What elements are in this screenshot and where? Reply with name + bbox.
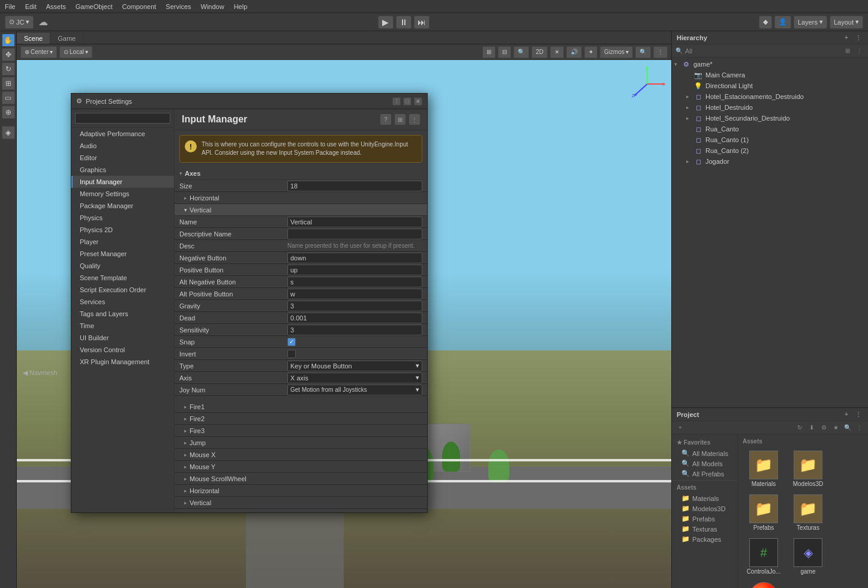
hierarchy-item-dirlight[interactable]: ▸ 💡 Directional Light: [672, 80, 868, 91]
snap-checkbox[interactable]: ✓: [287, 338, 296, 346]
menu-edit[interactable]: Edit: [25, 3, 37, 10]
size-value[interactable]: [287, 181, 422, 191]
gravity-input[interactable]: [290, 302, 419, 310]
subsection-vertical[interactable]: ▾ Vertical: [175, 204, 427, 216]
scale-tool[interactable]: ⊞: [2, 77, 15, 90]
project-add-btn2[interactable]: +: [675, 423, 685, 433]
tab-scene[interactable]: Scene: [17, 33, 50, 44]
project-more2-button[interactable]: ⋮: [855, 423, 864, 433]
assets-folder-prefabs[interactable]: 📁 Prefabs: [672, 514, 737, 524]
positive-button-input[interactable]: [290, 266, 419, 274]
hierarchy-game-root[interactable]: ▾ ⚙ game*: [672, 59, 868, 70]
favorites-all-materials[interactable]: 🔍 All Materials: [672, 448, 737, 458]
asset-texturas-folder[interactable]: 📁 Texturas: [787, 492, 829, 533]
asset-modelos3d-folder[interactable]: 📁 Modelos3D: [787, 448, 829, 490]
layout-button[interactable]: Layout ▾: [830, 16, 863, 29]
project-refresh-button[interactable]: ↻: [795, 423, 804, 433]
settings-graphics[interactable]: Graphics: [71, 164, 174, 176]
menu-window[interactable]: Window: [201, 3, 224, 10]
settings-scroll-area[interactable]: ! This is where you can configure the co…: [175, 130, 427, 512]
sensitivity-input[interactable]: [290, 326, 419, 334]
settings-script-exec[interactable]: Script Execution Order: [71, 284, 174, 296]
hierarchy-item-hotel1[interactable]: ▸ ◻ Hotel_Estacionamento_Destruido: [672, 91, 868, 102]
subsection-vertical2[interactable]: ▸ Vertical: [175, 497, 427, 509]
hierarchy-item-rua1[interactable]: ▸ ◻ Rua_Canto: [672, 124, 868, 134]
hierarchy-more-button[interactable]: ⋮: [854, 33, 863, 43]
hierarchy-settings-button[interactable]: ⊞: [843, 46, 852, 56]
negative-button-input[interactable]: [290, 254, 419, 262]
window-maximize-button[interactable]: □: [403, 97, 412, 106]
scene-search[interactable]: 🔍: [635, 46, 651, 58]
descriptive-name-input[interactable]: [290, 230, 419, 238]
project-settings-button[interactable]: ⚙: [819, 423, 828, 433]
lighting-toggle[interactable]: ☀: [550, 46, 564, 58]
menu-services[interactable]: Services: [166, 3, 191, 10]
type-dropdown[interactable]: Key or Mouse Button ▾: [287, 361, 422, 371]
hierarchy-item-hotel3[interactable]: ▸ ◻ Hotel_Secundario_Destruido: [672, 113, 868, 124]
dead-input[interactable]: [290, 314, 419, 322]
transform-tool[interactable]: ⊕: [2, 106, 15, 119]
alt-positive-value[interactable]: [287, 289, 422, 299]
name-input[interactable]: [290, 218, 419, 226]
local-global-button[interactable]: ⊙ Local ▾: [59, 46, 92, 58]
project-more-button[interactable]: ⋮: [854, 410, 863, 419]
hierarchy-item-rua3[interactable]: ▸ ◻ Rua_Canto (2): [672, 145, 868, 156]
grid-button[interactable]: ⊞: [482, 46, 495, 58]
hierarchy-item-maincamera[interactable]: ▸ 📷 Main Camera: [672, 70, 868, 80]
account-button[interactable]: 👤: [774, 16, 791, 29]
settings-audio[interactable]: Audio: [71, 140, 174, 152]
asset-game-scene[interactable]: ◈ game: [787, 536, 829, 577]
search-button[interactable]: 🔍: [513, 46, 529, 58]
hierarchy-add-button[interactable]: +: [842, 33, 851, 43]
alt-negative-input[interactable]: [290, 278, 419, 286]
subsection-fire3[interactable]: ▸ Fire3: [175, 425, 427, 437]
tab-game[interactable]: Game: [50, 33, 83, 44]
subsection-mouse-scroll[interactable]: ▸ Mouse ScrollWheel: [175, 473, 427, 485]
subsection-mouse-y[interactable]: ▸ Mouse Y: [175, 461, 427, 473]
axes-header[interactable]: ▾ Axes: [179, 167, 422, 180]
menu-help[interactable]: Help: [234, 3, 248, 10]
settings-layout-icon[interactable]: ⊞: [395, 114, 406, 125]
assets-folder-materials[interactable]: 📁 Materials: [672, 493, 737, 503]
settings-tags[interactable]: Tags and Layers: [71, 308, 174, 320]
layers-button[interactable]: Layers ▾: [794, 16, 827, 29]
settings-version-control[interactable]: Version Control: [71, 344, 174, 356]
asset-materials-folder[interactable]: 📁 Materials: [743, 448, 785, 490]
asset-prefabs-folder[interactable]: 📁 Prefabs: [743, 492, 785, 533]
subsection-fire1b[interactable]: ▸ Fire1: [175, 509, 427, 512]
menu-assets[interactable]: Assets: [46, 3, 66, 10]
move-tool[interactable]: ✥: [2, 48, 15, 61]
asset-controla-script[interactable]: # ControlaJo...: [743, 536, 785, 577]
descriptive-name-value[interactable]: [287, 229, 422, 239]
settings-more-icon[interactable]: ⋮: [409, 114, 420, 125]
positive-button-value[interactable]: [287, 265, 422, 275]
project-import-button[interactable]: ⬇: [807, 423, 816, 433]
subsection-mouse-x[interactable]: ▸ Mouse X: [175, 449, 427, 461]
favorites-all-models[interactable]: 🔍 All Models: [672, 458, 737, 469]
asset-materialce-material[interactable]: MaterialCe...: [743, 580, 785, 588]
2d-toggle[interactable]: 2D: [531, 46, 548, 58]
jc-dropdown[interactable]: ⊙ JC ▾: [5, 16, 34, 29]
alt-positive-input[interactable]: [290, 290, 419, 298]
settings-time[interactable]: Time: [71, 320, 174, 332]
project-search-button[interactable]: 🔍: [843, 423, 852, 433]
menu-file[interactable]: File: [5, 3, 16, 10]
pause-button[interactable]: ⏸: [396, 16, 412, 29]
settings-ui-builder[interactable]: UI Builder: [71, 332, 174, 344]
project-add-button[interactable]: +: [842, 410, 851, 419]
subsection-horizontal[interactable]: ▸ Horizontal: [175, 192, 427, 204]
settings-preset[interactable]: Preset Manager: [71, 248, 174, 260]
play-button[interactable]: ▶: [378, 16, 394, 29]
subsection-jump[interactable]: ▸ Jump: [175, 437, 427, 449]
invert-checkbox[interactable]: [287, 350, 296, 358]
assets-folder-packages[interactable]: 📁 Packages: [672, 534, 737, 544]
pivot-center-button[interactable]: ⊕ Center ▾: [20, 46, 57, 58]
settings-editor[interactable]: Editor: [71, 152, 174, 164]
settings-search-input[interactable]: [75, 113, 170, 124]
sensitivity-value[interactable]: [287, 325, 422, 335]
settings-services[interactable]: Services: [71, 296, 174, 308]
hierarchy-item-hotel2[interactable]: ▸ ◻ Hotel_Destruido: [672, 102, 868, 113]
settings-input-manager[interactable]: Input Manager: [71, 176, 174, 188]
settings-memory[interactable]: Memory Settings: [71, 188, 174, 200]
custom-tool[interactable]: ◈: [2, 126, 15, 139]
